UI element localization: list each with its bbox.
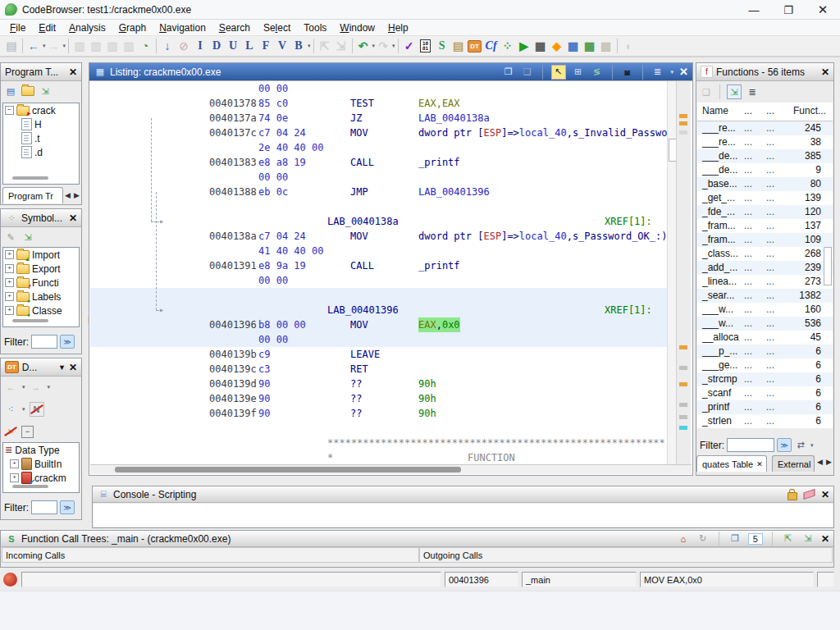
listing-bytes[interactable]: c9 bbox=[258, 347, 270, 362]
collapse-icon[interactable]: − bbox=[5, 106, 14, 115]
tree-item-labels[interactable]: +●Labels bbox=[3, 290, 79, 304]
listing-address[interactable]: 00401391 bbox=[209, 258, 257, 273]
listing-bytes[interactable]: eb 0c bbox=[258, 185, 288, 199]
menu-chevron-icon[interactable]: ▼ bbox=[58, 363, 66, 372]
menu-tools[interactable]: Tools bbox=[297, 21, 333, 35]
edit-table-icon[interactable]: ⇲ bbox=[727, 84, 742, 99]
incoming-calls-header[interactable]: Incoming Calls bbox=[2, 547, 419, 563]
insert-icon[interactable]: ⇲ bbox=[39, 84, 52, 98]
minimize-button[interactable]: — bbox=[737, 0, 771, 20]
listing-instruction-row[interactable]: 0040139bc9LEAVE bbox=[90, 347, 692, 362]
listing-bytes[interactable]: c3 bbox=[258, 362, 270, 377]
functions-column-header[interactable]: Funct... bbox=[793, 105, 826, 116]
listing-comment[interactable]: ****************************************… bbox=[327, 436, 665, 450]
analysis-marker[interactable] bbox=[679, 121, 687, 126]
listing-address[interactable]: 0040139f bbox=[209, 406, 257, 421]
menu-file[interactable]: File bbox=[3, 21, 32, 35]
horizontal-scrollbar[interactable] bbox=[12, 485, 48, 488]
analysis-marker[interactable] bbox=[679, 403, 687, 407]
horizontal-scrollbar[interactable] bbox=[12, 319, 48, 322]
listing-instruction-row[interactable]: 00401391e8 9a 19CALL_printf bbox=[90, 258, 692, 273]
listing-instruction-row[interactable]: 0040139d90??90h bbox=[90, 377, 692, 391]
filter-incoming-icon[interactable]: ⇱ bbox=[782, 532, 795, 546]
call-graph-icon[interactable]: ⁘ bbox=[500, 38, 516, 54]
functions-column-header[interactable]: ... bbox=[744, 105, 752, 116]
listing-bytes[interactable]: 00 00 bbox=[258, 81, 288, 96]
function-row[interactable]: __alloca......45 bbox=[697, 331, 833, 345]
listing-row[interactable]: 00 00 bbox=[90, 273, 692, 288]
listing-row[interactable]: 41 40 40 00 bbox=[90, 244, 692, 258]
expand-icon[interactable]: + bbox=[10, 459, 19, 468]
functions-table-header[interactable]: Name......Funct... bbox=[697, 103, 833, 121]
listing-address[interactable]: 0040137a bbox=[209, 111, 257, 126]
disassemble-i-icon[interactable]: I bbox=[192, 38, 208, 54]
cursor-tracking-icon[interactable]: ↖ bbox=[551, 65, 566, 80]
data-type-manager-icon[interactable]: DT bbox=[467, 38, 483, 54]
filter-outgoing-icon[interactable]: ⇲ bbox=[801, 532, 815, 546]
listing-mnemonic[interactable]: ?? bbox=[350, 377, 362, 391]
rename-variable-v-icon[interactable]: V bbox=[274, 38, 290, 54]
listing-bytes[interactable]: e8 9a 19 bbox=[258, 258, 306, 273]
filter-arrows-icon[interactable]: ⁖ bbox=[4, 403, 17, 416]
listing-bytes[interactable]: 74 0e bbox=[258, 111, 288, 126]
recent-view-icon[interactable]: ◔ bbox=[137, 38, 153, 54]
listing-label-row[interactable]: LAB_0040138aXREF[1]: bbox=[90, 214, 692, 229]
menu-edit[interactable]: Edit bbox=[32, 21, 62, 35]
scrollbar-thumb[interactable] bbox=[115, 467, 461, 472]
listing-operands[interactable]: _printf bbox=[418, 155, 460, 170]
menu-search[interactable]: Search bbox=[212, 21, 257, 35]
snapshot-icon[interactable]: ◙ bbox=[621, 66, 634, 79]
table-chooser-icon[interactable]: ▦ bbox=[582, 38, 598, 54]
tab-scroll-right-icon[interactable]: ▶ bbox=[74, 191, 80, 199]
tree-item-export[interactable]: +Export bbox=[3, 262, 79, 276]
add-label-l-icon[interactable]: L bbox=[241, 38, 258, 54]
listing-mnemonic[interactable]: ?? bbox=[350, 406, 362, 421]
listing-row[interactable]: 00 00 bbox=[90, 332, 692, 347]
listing-operands[interactable]: EAX,EAX bbox=[418, 96, 460, 111]
listing-bytes[interactable]: c7 04 24 bbox=[258, 229, 306, 244]
tab-scroll-left-icon[interactable]: ◀ bbox=[65, 191, 71, 199]
listing-bytes[interactable]: 85 c0 bbox=[258, 96, 288, 111]
tab-program-tree[interactable]: Program Tr bbox=[2, 187, 63, 203]
expand-icon[interactable]: + bbox=[10, 473, 19, 482]
dropdown-caret-icon[interactable]: ▾ bbox=[63, 43, 66, 49]
function-row[interactable]: _fde_.........120 bbox=[697, 205, 833, 219]
tree-item-data-types-root[interactable]: ≣Data Type bbox=[3, 443, 79, 457]
listing-mnemonic[interactable]: MOV bbox=[350, 317, 368, 332]
analysis-marker[interactable] bbox=[679, 114, 687, 118]
data-type-manager-header[interactable]: DT D... ▼ ✕ bbox=[1, 358, 81, 377]
function-row[interactable]: ___re.........38 bbox=[697, 135, 833, 149]
listing-options-icon[interactable]: ≣ bbox=[651, 66, 664, 79]
table-options-icon[interactable]: ≣ bbox=[746, 85, 759, 98]
listing-mnemonic[interactable]: JMP bbox=[350, 185, 368, 199]
clear-console-icon[interactable] bbox=[804, 489, 815, 500]
listing-operands[interactable]: 90h bbox=[418, 391, 436, 406]
tree-item-section[interactable]: .t bbox=[3, 131, 79, 145]
listing-operands[interactable]: EAX,0x0 bbox=[418, 317, 460, 332]
tree-item-section[interactable]: H bbox=[3, 117, 79, 131]
function-row[interactable]: _fram.........109 bbox=[697, 233, 833, 247]
listing-bytes[interactable]: 41 40 40 00 bbox=[258, 244, 323, 258]
listing-instruction-row[interactable]: 0040139f90??90h bbox=[90, 406, 692, 421]
listing-horizontal-scrollbar[interactable] bbox=[90, 464, 692, 474]
script-manager-icon[interactable]: S bbox=[434, 38, 450, 54]
expand-icon[interactable]: + bbox=[5, 250, 14, 259]
function-row[interactable]: ___ge.........6 bbox=[697, 358, 833, 372]
tree-item-program-root[interactable]: −➤crack bbox=[3, 103, 79, 117]
listing-row[interactable]: *FUNCTION bbox=[90, 450, 692, 464]
memory-bytes-icon[interactable]: ▦ bbox=[532, 38, 549, 54]
listing-instruction-row[interactable]: 00401388eb 0cJMPLAB_00401396 bbox=[90, 185, 692, 199]
symbol-tree-header[interactable]: ⁘ Symbol... ✕ bbox=[1, 209, 81, 227]
listing-operands[interactable]: LAB_0040138a bbox=[418, 111, 490, 126]
tab-scroll-right-icon[interactable]: ▶ bbox=[826, 458, 832, 466]
menu-select[interactable]: Select bbox=[257, 21, 297, 35]
listing-bytes[interactable]: b8 00 00 bbox=[258, 317, 306, 332]
function-row[interactable]: ___de.........9 bbox=[697, 163, 833, 177]
listing-operands[interactable]: 90h bbox=[418, 406, 436, 421]
home-icon[interactable]: ⌂ bbox=[677, 532, 690, 546]
go-to-address-icon[interactable]: ↓ bbox=[159, 38, 176, 54]
menu-graph[interactable]: Graph bbox=[112, 21, 153, 35]
listing-mnemonic[interactable]: MOV bbox=[350, 126, 368, 140]
listing-instruction-row[interactable]: 00401396b8 00 00MOVEAX,0x0 bbox=[90, 317, 692, 332]
function-row[interactable]: _scanf......6 bbox=[697, 386, 833, 400]
